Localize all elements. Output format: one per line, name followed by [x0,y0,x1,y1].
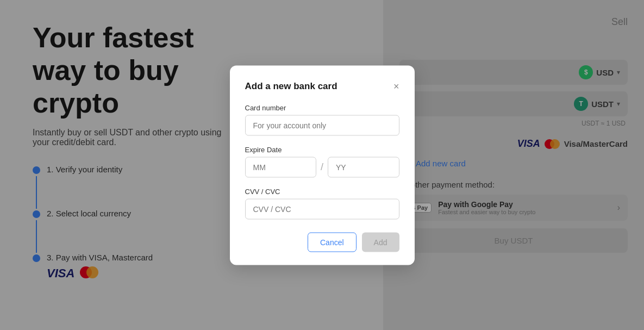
expire-separator: / [321,161,323,173]
cvv-input[interactable] [245,198,399,219]
mm-input[interactable] [245,157,317,177]
cancel-button[interactable]: Cancel [308,232,357,252]
cvv-field-group: CVV / CVC [245,187,399,219]
card-number-label: Card number [245,103,399,111]
modal-title: Add a new bank card [245,80,337,91]
modal-header: Add a new bank card × [245,80,399,91]
add-button[interactable]: Add [362,232,399,252]
expire-row: / [245,157,399,177]
modal-footer: Cancel Add [245,232,399,252]
expire-date-label: Expire Date [245,145,399,153]
modal-close-button[interactable]: × [393,81,399,91]
add-bank-card-modal: Add a new bank card × Card number Expire… [230,65,415,265]
card-number-input[interactable] [245,115,399,135]
yy-input[interactable] [328,157,399,177]
card-number-field-group: Card number [245,103,399,135]
expire-date-field-group: Expire Date / [245,145,399,177]
cvv-label: CVV / CVC [245,187,399,195]
